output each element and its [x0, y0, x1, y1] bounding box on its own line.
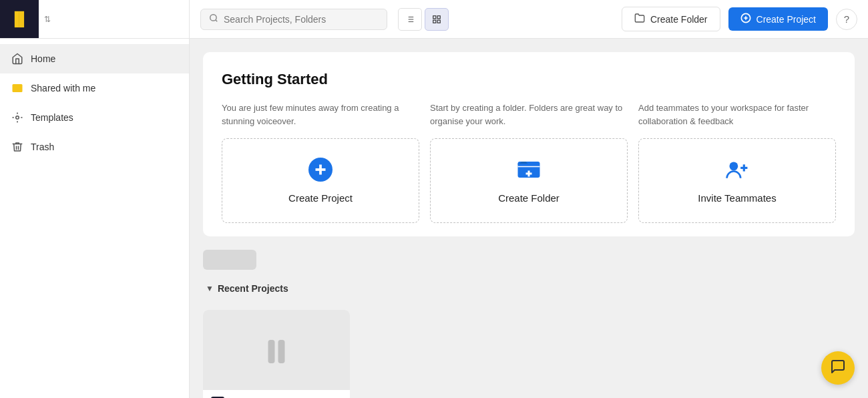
project-preview-logo — [260, 333, 293, 367]
sidebar-item-templates-label: Templates — [31, 112, 73, 123]
sidebar-item-home-label: Home — [31, 53, 55, 64]
search-icon — [209, 13, 218, 25]
getting-started-cols: You are just few minutes away from creat… — [222, 102, 836, 223]
svg-point-1 — [16, 116, 19, 120]
project-card-preview — [203, 310, 350, 390]
svg-rect-30 — [268, 340, 275, 363]
svg-rect-15 — [437, 15, 440, 18]
shared-icon — [11, 81, 24, 95]
svg-rect-14 — [433, 15, 436, 18]
create-folder-label: Create Folder — [650, 14, 708, 25]
gs-invite-teammates-label: Invite Teammates — [698, 192, 776, 204]
sidebar-item-templates[interactable]: Templates — [0, 103, 189, 132]
gs-action-create-project[interactable]: Create Project — [222, 138, 419, 223]
workspace-switcher[interactable]: ⇅ — [39, 0, 189, 38]
folder-icon — [634, 13, 645, 25]
chevron-down-icon: ▼ — [206, 284, 214, 293]
project-card-footer: ▐▌ My Awesome Project ⋮ — [203, 390, 350, 398]
sidebar-item-home[interactable]: Home — [0, 44, 189, 73]
gs-desc-invite-teammates: Add teammates to your workspace for fast… — [638, 102, 836, 128]
sidebar-top: ▐▌ ⇅ — [0, 0, 189, 39]
gs-col-invite-teammates: Add teammates to your workspace for fast… — [638, 102, 836, 223]
search-box[interactable] — [200, 9, 387, 30]
app-logo: ▐▌ — [10, 11, 29, 27]
help-icon: ? — [844, 13, 849, 25]
recent-projects-title: Recent Projects — [218, 283, 288, 294]
create-folder-button[interactable]: Create Folder — [622, 7, 720, 31]
plus-circle-icon — [308, 158, 333, 184]
help-button[interactable]: ? — [836, 9, 857, 30]
svg-rect-31 — [278, 340, 285, 363]
gs-col-create-folder: Start by creating a folder. Folders are … — [430, 102, 628, 223]
create-project-button[interactable]: Create Project — [728, 7, 828, 31]
chat-icon — [830, 359, 846, 377]
gs-col-create-project: You are just few minutes away from creat… — [222, 102, 419, 223]
svg-point-6 — [210, 14, 216, 20]
content-area: Getting Started You are just few minutes… — [190, 39, 868, 398]
gs-create-folder-label: Create Folder — [498, 192, 560, 204]
recent-projects-section: ▼ Recent Projects ▐▌ My Awesome Project — [203, 250, 855, 398]
search-input[interactable] — [224, 14, 379, 25]
gs-create-project-label: Create Project — [288, 192, 353, 204]
sidebar-item-shared[interactable]: Shared with me — [0, 73, 189, 103]
invite-icon — [725, 158, 749, 184]
getting-started-title: Getting Started — [222, 71, 836, 88]
logo-area: ▐▌ — [0, 0, 39, 38]
grid-view-button[interactable] — [425, 8, 449, 31]
folder-plus-icon — [517, 158, 541, 184]
sidebar-nav: Home Shared with me Templates Trash — [0, 39, 189, 398]
svg-rect-0 — [13, 84, 23, 92]
svg-rect-16 — [433, 20, 436, 23]
svg-point-27 — [729, 162, 738, 170]
recent-projects-header: ▼ Recent Projects — [203, 278, 855, 299]
gs-action-invite-teammates[interactable]: Invite Teammates — [638, 138, 836, 223]
getting-started-card: Getting Started You are just few minutes… — [203, 52, 855, 236]
gs-action-create-folder[interactable]: Create Folder — [430, 138, 628, 223]
svg-line-7 — [216, 19, 218, 21]
sidebar: ▐▌ ⇅ Home Shared with me Templates — [0, 0, 190, 398]
view-toggle — [398, 8, 449, 31]
templates-icon — [11, 111, 24, 124]
workspace-chevron-icon: ⇅ — [44, 15, 51, 24]
plus-icon — [740, 13, 751, 25]
chat-fab-button[interactable] — [821, 351, 855, 385]
home-icon — [11, 52, 24, 65]
gs-desc-create-folder: Start by creating a folder. Folders are … — [430, 102, 628, 128]
topbar: Create Folder Create Project ? — [190, 0, 868, 39]
gs-desc-create-project: You are just few minutes away from creat… — [222, 102, 419, 128]
list-view-button[interactable] — [398, 8, 422, 31]
main-area: Create Folder Create Project ? Getting S… — [190, 0, 868, 398]
sidebar-item-trash[interactable]: Trash — [0, 132, 189, 162]
sidebar-item-shared-label: Shared with me — [31, 83, 95, 93]
project-card[interactable]: ▐▌ My Awesome Project ⋮ — [203, 310, 350, 398]
trash-icon — [11, 140, 24, 154]
skeleton-bar — [203, 250, 256, 270]
sidebar-item-trash-label: Trash — [31, 142, 54, 152]
svg-rect-17 — [437, 20, 440, 23]
create-project-label: Create Project — [756, 14, 816, 25]
